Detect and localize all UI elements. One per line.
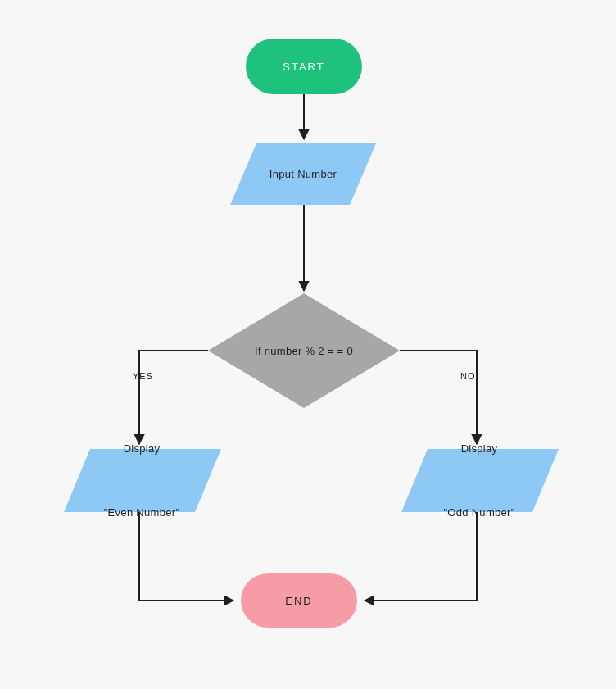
- flowchart-canvas: START Input Number If number % 2 = = 0 Y…: [0, 0, 616, 689]
- display-even-node: [64, 449, 221, 512]
- edge-decision-no: [400, 351, 477, 444]
- start-node: [246, 39, 362, 94]
- input-node: [230, 143, 376, 205]
- edge-even-end: [139, 512, 233, 601]
- display-odd-node: [401, 449, 559, 512]
- edge-odd-end: [365, 512, 477, 601]
- flowchart-svg: [0, 0, 616, 689]
- edge-decision-yes: [139, 351, 208, 444]
- end-node: [241, 573, 357, 628]
- decision-node: [208, 293, 400, 408]
